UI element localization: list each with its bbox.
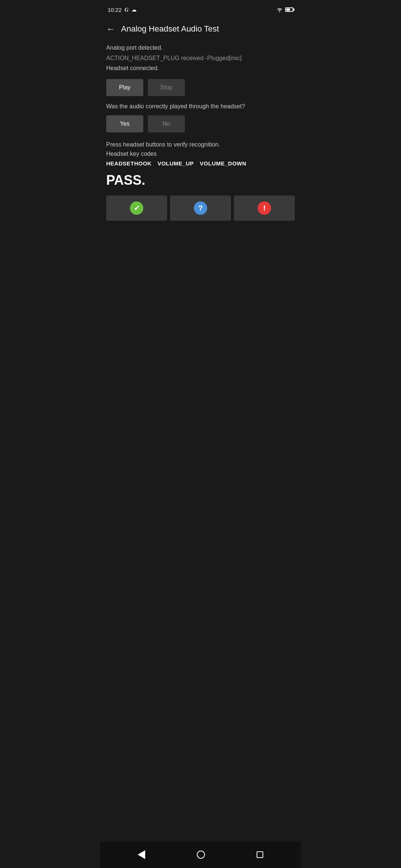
key-code-volume-down: VOLUME_DOWN: [200, 160, 247, 167]
audio-question: Was the audio correctly played through t…: [106, 102, 295, 111]
status-line-2: ACTION_HEADSET_PLUG received -Plugged[mi…: [106, 53, 295, 63]
svg-point-0: [279, 11, 280, 12]
page-title: Analog Headset Audio Test: [121, 24, 219, 34]
key-code-hook: HEADSETHOOK: [106, 160, 151, 167]
pass-result-button[interactable]: ✓: [106, 195, 167, 221]
back-nav-icon: [138, 850, 145, 859]
result-buttons-row: ✓ ? !: [106, 195, 295, 221]
instruction-line-1: Press headset buttons to verify recognit…: [106, 140, 295, 149]
stop-button[interactable]: Stop: [148, 79, 185, 96]
play-button[interactable]: Play: [106, 79, 143, 96]
home-nav-button[interactable]: [191, 848, 211, 862]
status-bar: 10:22 G ☁: [100, 0, 301, 18]
back-button[interactable]: ←: [106, 24, 115, 34]
time-display: 10:22: [108, 7, 122, 13]
status-line-1: Analog port detected.: [106, 43, 295, 53]
navigation-bar: [100, 841, 301, 868]
yes-button[interactable]: Yes: [106, 115, 143, 132]
status-line-3: Headset connected.: [106, 63, 295, 73]
fail-icon: !: [258, 201, 271, 215]
question-result-button[interactable]: ?: [170, 195, 231, 221]
key-codes-row: HEADSETHOOK VOLUME_UP VOLUME_DOWN: [106, 160, 295, 167]
recents-nav-icon: [257, 851, 263, 858]
yes-no-row: Yes No: [106, 115, 295, 132]
key-code-volume-up: VOLUME_UP: [157, 160, 194, 167]
no-button[interactable]: No: [148, 115, 185, 132]
fail-result-button[interactable]: !: [234, 195, 295, 221]
status-right: [276, 7, 293, 12]
play-stop-row: Play Stop: [106, 79, 295, 96]
back-nav-button[interactable]: [132, 847, 151, 862]
google-icon: G: [125, 7, 129, 13]
main-content: Analog port detected. ACTION_HEADSET_PLU…: [100, 40, 301, 841]
wifi-icon: [276, 7, 283, 12]
pass-label: PASS.: [106, 172, 295, 188]
recents-nav-button[interactable]: [251, 848, 269, 861]
key-codes-label: Headset key codes: [106, 151, 295, 157]
status-left: 10:22 G ☁: [108, 7, 137, 13]
question-icon: ?: [194, 201, 207, 215]
app-header: ← Analog Headset Audio Test: [100, 18, 301, 40]
battery-icon: [285, 7, 293, 12]
cloud-icon: ☁: [131, 7, 137, 13]
pass-icon: ✓: [130, 201, 143, 215]
home-nav-icon: [197, 851, 205, 859]
